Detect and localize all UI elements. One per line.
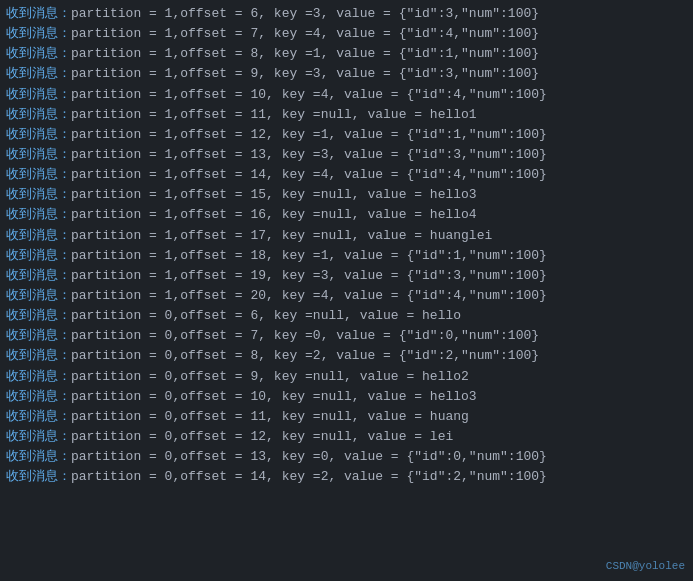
log-prefix: 收到消息：: [6, 226, 71, 246]
log-line: 收到消息：partition = 0,offset = 14, key =2, …: [6, 467, 687, 487]
log-line: 收到消息：partition = 1,offset = 11, key =nul…: [6, 105, 687, 125]
log-line: 收到消息：partition = 0,offset = 6, key =null…: [6, 306, 687, 326]
log-text: partition = 1,offset = 7, key =4, value …: [71, 24, 539, 44]
log-text: partition = 1,offset = 19, key =3, value…: [71, 266, 547, 286]
log-prefix: 收到消息：: [6, 367, 71, 387]
log-text: partition = 0,offset = 6, key =null, val…: [71, 306, 461, 326]
log-text: partition = 1,offset = 14, key =4, value…: [71, 165, 547, 185]
log-text: partition = 1,offset = 17, key =null, va…: [71, 226, 492, 246]
log-line: 收到消息：partition = 1,offset = 8, key =1, v…: [6, 44, 687, 64]
log-text: partition = 0,offset = 14, key =2, value…: [71, 467, 547, 487]
log-prefix: 收到消息：: [6, 407, 71, 427]
watermark: CSDN@yololee: [606, 558, 685, 575]
log-prefix: 收到消息：: [6, 266, 71, 286]
log-line: 收到消息：partition = 1,offset = 10, key =4, …: [6, 85, 687, 105]
log-line: 收到消息：partition = 1,offset = 13, key =3, …: [6, 145, 687, 165]
log-text: partition = 1,offset = 15, key =null, va…: [71, 185, 477, 205]
log-line: 收到消息：partition = 0,offset = 13, key =0, …: [6, 447, 687, 467]
log-line: 收到消息：partition = 1,offset = 20, key =4, …: [6, 286, 687, 306]
log-prefix: 收到消息：: [6, 64, 71, 84]
log-prefix: 收到消息：: [6, 306, 71, 326]
log-line: 收到消息：partition = 1,offset = 9, key =3, v…: [6, 64, 687, 84]
log-line: 收到消息：partition = 0,offset = 12, key =nul…: [6, 427, 687, 447]
log-prefix: 收到消息：: [6, 326, 71, 346]
log-prefix: 收到消息：: [6, 205, 71, 225]
console-container: 收到消息：partition = 1,offset = 6, key =3, v…: [0, 0, 693, 581]
log-text: partition = 0,offset = 8, key =2, value …: [71, 346, 539, 366]
log-line: 收到消息：partition = 1,offset = 18, key =1, …: [6, 246, 687, 266]
log-text: partition = 1,offset = 6, key =3, value …: [71, 4, 539, 24]
log-text: partition = 1,offset = 18, key =1, value…: [71, 246, 547, 266]
log-text: partition = 0,offset = 10, key =null, va…: [71, 387, 477, 407]
log-text: partition = 1,offset = 9, key =3, value …: [71, 64, 539, 84]
log-prefix: 收到消息：: [6, 24, 71, 44]
log-prefix: 收到消息：: [6, 4, 71, 24]
log-text: partition = 0,offset = 11, key =null, va…: [71, 407, 469, 427]
log-prefix: 收到消息：: [6, 85, 71, 105]
log-text: partition = 1,offset = 12, key =1, value…: [71, 125, 547, 145]
log-line: 收到消息：partition = 0,offset = 8, key =2, v…: [6, 346, 687, 366]
log-line: 收到消息：partition = 1,offset = 14, key =4, …: [6, 165, 687, 185]
log-prefix: 收到消息：: [6, 44, 71, 64]
log-text: partition = 0,offset = 13, key =0, value…: [71, 447, 547, 467]
log-prefix: 收到消息：: [6, 185, 71, 205]
log-text: partition = 1,offset = 10, key =4, value…: [71, 85, 547, 105]
log-line: 收到消息：partition = 0,offset = 9, key =null…: [6, 367, 687, 387]
log-output: 收到消息：partition = 1,offset = 6, key =3, v…: [6, 4, 687, 487]
log-line: 收到消息：partition = 1,offset = 19, key =3, …: [6, 266, 687, 286]
log-line: 收到消息：partition = 1,offset = 6, key =3, v…: [6, 4, 687, 24]
log-line: 收到消息：partition = 1,offset = 7, key =4, v…: [6, 24, 687, 44]
log-line: 收到消息：partition = 0,offset = 10, key =nul…: [6, 387, 687, 407]
log-line: 收到消息：partition = 1,offset = 12, key =1, …: [6, 125, 687, 145]
log-prefix: 收到消息：: [6, 467, 71, 487]
log-prefix: 收到消息：: [6, 105, 71, 125]
log-prefix: 收到消息：: [6, 165, 71, 185]
log-prefix: 收到消息：: [6, 145, 71, 165]
log-prefix: 收到消息：: [6, 346, 71, 366]
log-text: partition = 1,offset = 11, key =null, va…: [71, 105, 477, 125]
log-text: partition = 0,offset = 7, key =0, value …: [71, 326, 539, 346]
log-line: 收到消息：partition = 1,offset = 15, key =nul…: [6, 185, 687, 205]
log-line: 收到消息：partition = 0,offset = 11, key =nul…: [6, 407, 687, 427]
log-prefix: 收到消息：: [6, 286, 71, 306]
log-line: 收到消息：partition = 1,offset = 16, key =nul…: [6, 205, 687, 225]
log-text: partition = 1,offset = 13, key =3, value…: [71, 145, 547, 165]
log-prefix: 收到消息：: [6, 246, 71, 266]
log-text: partition = 1,offset = 16, key =null, va…: [71, 205, 477, 225]
log-prefix: 收到消息：: [6, 125, 71, 145]
log-text: partition = 1,offset = 8, key =1, value …: [71, 44, 539, 64]
log-prefix: 收到消息：: [6, 447, 71, 467]
log-prefix: 收到消息：: [6, 427, 71, 447]
log-line: 收到消息：partition = 0,offset = 7, key =0, v…: [6, 326, 687, 346]
log-prefix: 收到消息：: [6, 387, 71, 407]
log-text: partition = 0,offset = 9, key =null, val…: [71, 367, 469, 387]
log-line: 收到消息：partition = 1,offset = 17, key =nul…: [6, 226, 687, 246]
log-text: partition = 0,offset = 12, key =null, va…: [71, 427, 453, 447]
log-text: partition = 1,offset = 20, key =4, value…: [71, 286, 547, 306]
